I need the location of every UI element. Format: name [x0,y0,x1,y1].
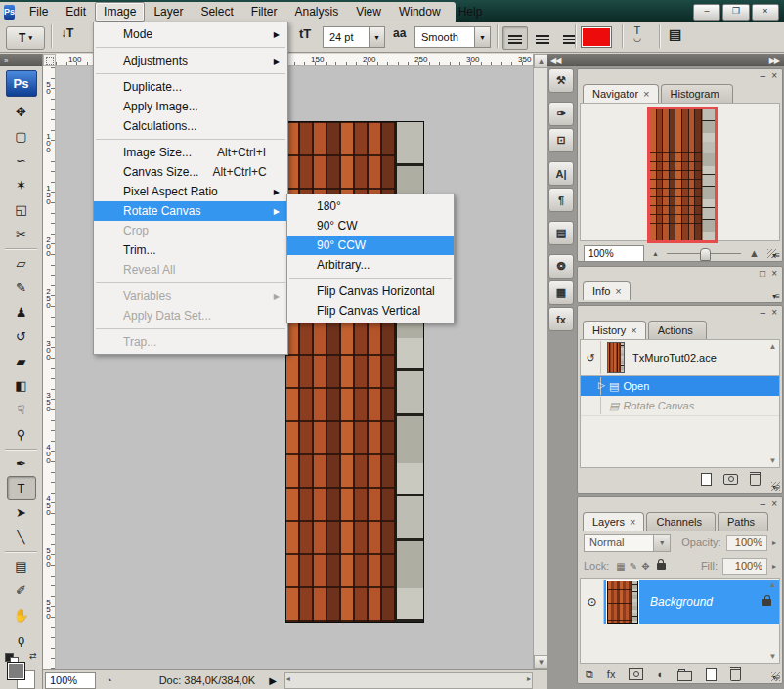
gradient-tool[interactable]: ◧ [7,373,36,398]
history-state-row[interactable]: ▤ Rotate Canvas [581,396,779,416]
resize-grip[interactable] [771,672,780,681]
menu-item[interactable]: Apply Image... ▶ [94,97,287,116]
adjustment-icon[interactable]: ◐ [657,668,664,680]
new-group-icon[interactable] [677,668,692,681]
slice-tool[interactable]: ✂ [7,222,36,246]
lasso-tool[interactable]: ∽ [7,149,36,173]
collapse-dock-icon[interactable]: ◀◀ [547,54,575,66]
tab-history[interactable]: History× [583,321,646,339]
menu-item[interactable]: Mode ▶ [94,24,287,44]
dodge-tool[interactable]: ⚲ [7,422,36,447]
type-tool[interactable]: T [7,476,36,500]
tab-close-icon[interactable]: × [615,285,621,297]
lock-transparency-icon[interactable]: ▦ [616,561,625,572]
warp-text-icon[interactable]: T ◡ [633,26,641,42]
toolbox-expand-icon[interactable]: » [0,54,42,66]
scroll-down-arrow[interactable]: ▼ [769,652,777,661]
menu-item[interactable]: Trim... ▶ [94,240,287,260]
character-icon[interactable]: A| [548,161,574,186]
panel-minimize-icon[interactable]: – [761,71,766,81]
align-left-button[interactable] [502,26,528,50]
menu-item[interactable]: 90° CCW ▶ [287,236,454,255]
font-size-select[interactable]: 24 pt ▼ [323,26,385,48]
slider-thumb[interactable] [700,248,711,261]
menu-item[interactable]: Apply Data Set... ▶ [94,306,287,325]
menu-item[interactable]: Duplicate... ▶ [94,77,287,97]
zoom-tool[interactable]: ϙ [7,627,36,652]
menu-item[interactable]: Pixel Aspect Ratio ▶ [94,182,287,201]
history-state-row[interactable]: ▤ Open [581,376,779,396]
vertical-scrollbar[interactable]: ▲ ▼ [533,54,547,669]
path-select-tool[interactable]: ➤ [7,500,36,525]
menu-item[interactable]: Adjustments ▶ [94,51,287,70]
menu-select[interactable]: Select [192,2,241,22]
marquee-tool[interactable]: ▢ [7,124,36,149]
align-right-button[interactable] [557,26,583,50]
layers-scrollbar[interactable]: ▲ ▼ [766,579,779,663]
clone-stamp-tool[interactable]: ♟ [7,300,36,324]
new-snapshot-icon[interactable] [723,474,738,485]
tab-navigator[interactable]: Navigator× [583,84,659,103]
paragraph-icon[interactable]: ¶ [548,188,574,212]
menu-item[interactable]: Calculations... ▶ [94,116,287,136]
zoom-level-field[interactable]: 100% [45,672,96,689]
lock-pixels-icon[interactable]: ✎ [630,561,637,572]
menu-view[interactable]: View [347,2,390,22]
fill-field[interactable]: 100% [722,558,767,575]
panel-minimize-icon[interactable]: – [761,499,766,509]
scroll-up-arrow[interactable]: ▲ [769,342,777,351]
panel-close-icon[interactable]: × [771,71,777,81]
hand-tool[interactable]: ✋ [7,603,36,627]
dropdown-arrow-icon[interactable]: ▼ [474,27,490,47]
menu-help[interactable]: Help [450,2,492,22]
smudge-tool[interactable]: ☟ [7,398,36,422]
menu-item[interactable]: Canvas Size... Alt+Ctrl+C ▶ [94,162,287,182]
panel-close-icon[interactable]: × [771,269,777,279]
minimize-button[interactable]: – [693,4,720,21]
zoom-out-icon[interactable]: ▲ [652,250,659,257]
dropdown-arrow-icon[interactable]: ▼ [369,27,384,47]
menu-file[interactable]: File [21,2,57,22]
swap-colors-icon[interactable]: ⇄ [29,651,37,661]
scroll-right-arrow[interactable]: ▸ [527,674,531,683]
scroll-left-arrow[interactable]: ◂ [286,674,290,683]
fill-arrow-icon[interactable]: ▸ [772,562,776,571]
menu-item[interactable]: Trap... ▶ [94,332,287,352]
tab-close-icon[interactable]: × [643,88,649,100]
new-layer-icon[interactable] [706,668,717,681]
dropdown-arrow-icon[interactable]: ▼ [653,535,670,551]
restore-button[interactable]: ❐ [722,4,750,21]
healing-brush-tool[interactable]: ▱ [7,251,36,276]
menu-analysis[interactable]: Analysis [285,2,347,22]
navigator-thumbnail[interactable] [647,107,718,243]
tab-actions[interactable]: Actions [648,321,707,339]
opacity-arrow-icon[interactable]: ▸ [772,538,776,547]
toggle-palettes-icon[interactable]: ▤ [669,26,681,42]
new-document-icon[interactable] [701,473,712,486]
navigator-zoom-field[interactable]: 100% [584,245,644,262]
menu-layer[interactable]: Layer [145,2,192,22]
panel-minimize-icon[interactable]: – [761,308,766,318]
history-snapshot-row[interactable]: ↺ TxMuroTut02.ace [581,340,779,376]
panel-close-icon[interactable]: × [771,308,777,318]
menu-item[interactable]: Rotate Canvas ▶ [94,201,287,221]
menu-window[interactable]: Window [390,2,450,22]
menu-item[interactable]: Image Size... Alt+Ctrl+I ▶ [94,143,287,162]
background-layer-row[interactable]: ⊙ Background [581,580,779,624]
eyedropper-tool[interactable]: ✐ [7,579,36,603]
swatches-icon[interactable]: ▦ [548,280,574,305]
crop-tool[interactable]: ◱ [7,197,36,222]
blend-mode-select[interactable]: Normal ▼ [584,534,671,552]
menu-edit[interactable]: Edit [57,2,95,22]
eraser-tool[interactable]: ▰ [7,349,36,373]
tab-layers[interactable]: Layers× [583,512,644,531]
zoom-in-icon[interactable]: ▲ [749,247,760,259]
scroll-down-arrow[interactable]: ▼ [534,655,548,669]
styles-icon[interactable]: fx [548,307,574,331]
align-center-button[interactable] [530,26,555,50]
text-color-swatch[interactable] [581,26,612,48]
brushes-icon[interactable]: ✑ [548,102,574,126]
scroll-down-arrow[interactable]: ▼ [769,456,777,465]
menu-item[interactable]: Crop ▶ [94,221,287,240]
tab-paths[interactable]: Paths [718,512,768,531]
